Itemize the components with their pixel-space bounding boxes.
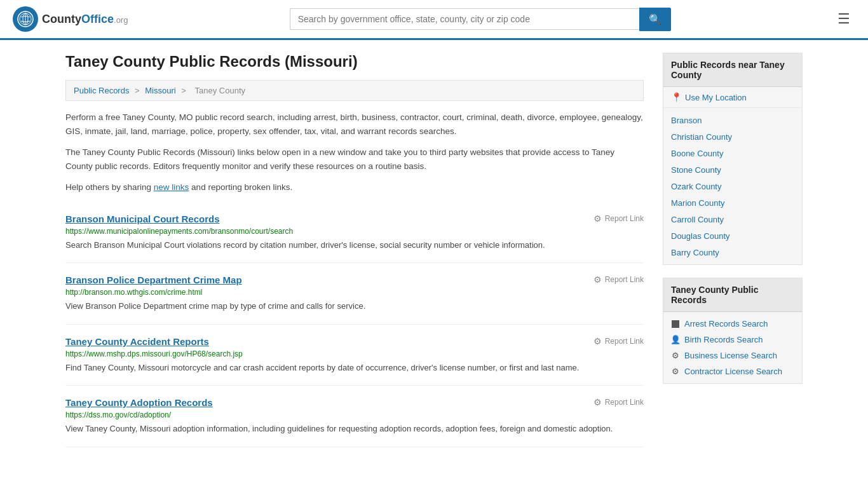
record-item: Taney County Adoption Records ⚙ Report L… <box>65 386 644 447</box>
nearby-list: BransonChristian CountyBoone CountyStone… <box>663 108 802 264</box>
report-link[interactable]: ⚙ Report Link <box>593 397 644 407</box>
nearby-link[interactable]: Douglas County <box>671 231 730 241</box>
hamburger-icon: ☰ <box>837 11 850 27</box>
record-desc: Find Taney County, Missouri motorcycle a… <box>65 362 644 374</box>
use-my-location-item[interactable]: 📍 Use My Location <box>663 87 802 108</box>
site-header: CountyOffice.org 🔍 ☰ <box>0 0 868 40</box>
logo-area: CountyOffice.org <box>13 6 128 32</box>
nearby-list-item: Barry County <box>663 244 802 261</box>
pub-records-link[interactable]: Contractor License Search <box>684 367 782 376</box>
nearby-link[interactable]: Ozark County <box>671 182 721 191</box>
nearby-link[interactable]: Marion County <box>671 198 725 208</box>
nearby-link[interactable]: Boone County <box>671 149 723 158</box>
report-icon: ⚙ <box>593 214 602 224</box>
nearby-list-item: Boone County <box>663 145 802 161</box>
pub-records-link[interactable]: Arrest Records Search <box>684 319 768 329</box>
page-title: Taney County Public Records (Missouri) <box>65 53 644 71</box>
report-link-label: Report Link <box>605 398 644 407</box>
record-desc: Search Branson Municipal Court violation… <box>65 239 644 252</box>
sidebar: Public Records near Taney County 📍 Use M… <box>663 53 803 447</box>
report-icon: ⚙ <box>593 397 602 407</box>
rec-icon-gear: ⚙ <box>672 367 679 376</box>
record-title[interactable]: Branson Municipal Court Records <box>65 214 220 224</box>
search-icon: 🔍 <box>649 14 661 25</box>
record-desc: View Taney County, Missouri adoption inf… <box>65 423 644 435</box>
rec-icon: ⚙ <box>671 351 680 360</box>
records-list: Branson Municipal Court Records ⚙ Report… <box>65 202 644 447</box>
pin-icon: 📍 <box>671 92 682 102</box>
report-link[interactable]: ⚙ Report Link <box>593 336 644 346</box>
nearby-list-item: Stone County <box>663 161 802 178</box>
public-records-section: Taney County Public Records Arrest Recor… <box>663 278 803 384</box>
record-url[interactable]: https://www.municipalonlinepayments.com/… <box>65 227 644 236</box>
public-records-list: Arrest Records Search 👤 Birth Records Se… <box>663 312 802 383</box>
report-link-label: Report Link <box>605 214 644 223</box>
breadcrumb-sep-2: > <box>181 86 188 95</box>
report-icon: ⚙ <box>593 274 602 285</box>
record-item: Branson Municipal Court Records ⚙ Report… <box>65 202 644 264</box>
nearby-link[interactable]: Barry County <box>671 248 719 257</box>
breadcrumb-missouri[interactable]: Missouri <box>145 86 175 95</box>
breadcrumb-public-records[interactable]: Public Records <box>74 86 129 95</box>
record-url[interactable]: https://www.mshp.dps.missouri.gov/HP68/s… <box>65 349 644 358</box>
nearby-link[interactable]: Christian County <box>671 132 732 142</box>
search-input[interactable] <box>290 8 639 30</box>
record-url[interactable]: http://branson.mo.wthgis.com/crime.html <box>65 288 644 297</box>
description-3-suffix: and reporting broken links. <box>189 182 292 192</box>
record-title[interactable]: Branson Police Department Crime Map <box>65 274 242 285</box>
rec-icon: 👤 <box>671 336 680 344</box>
logo-icon <box>13 6 38 32</box>
nearby-list-item: Branson <box>663 112 802 128</box>
report-link[interactable]: ⚙ Report Link <box>593 274 644 285</box>
report-link-label: Report Link <box>605 337 644 346</box>
rec-icon-gear: ⚙ <box>672 351 679 360</box>
record-url[interactable]: https://dss.mo.gov/cd/adoption/ <box>65 410 644 419</box>
public-records-section-title: Taney County Public Records <box>663 278 802 312</box>
description-1: Perform a free Taney County, MO public r… <box>65 111 644 138</box>
record-item: Branson Police Department Crime Map ⚙ Re… <box>65 263 644 325</box>
nearby-link[interactable]: Branson <box>671 116 702 125</box>
pub-records-list-item: Arrest Records Search <box>663 316 802 332</box>
rec-icon <box>671 320 680 329</box>
pub-records-link[interactable]: Business License Search <box>684 351 777 360</box>
record-title[interactable]: Taney County Adoption Records <box>65 397 213 408</box>
rec-icon-square <box>672 320 679 328</box>
nearby-section-title: Public Records near Taney County <box>663 53 802 87</box>
nearby-list-item: Christian County <box>663 128 802 145</box>
description-3-prefix: Help others by sharing <box>65 182 154 192</box>
breadcrumb-sep-1: > <box>135 86 142 95</box>
nearby-list-item: Marion County <box>663 194 802 211</box>
report-link[interactable]: ⚙ Report Link <box>593 214 644 224</box>
nearby-list-item: Ozark County <box>663 178 802 194</box>
pub-records-list-item: ⚙ Contractor License Search <box>663 363 802 379</box>
logo-text: CountyOffice.org <box>42 13 128 26</box>
record-item: Taney County Accident Reports ⚙ Report L… <box>65 325 644 386</box>
nearby-list-item: Carroll County <box>663 211 802 227</box>
search-button[interactable]: 🔍 <box>639 8 671 31</box>
content-area: Taney County Public Records (Missouri) P… <box>65 53 644 447</box>
main-container: Taney County Public Records (Missouri) P… <box>53 40 815 460</box>
report-link-label: Report Link <box>605 275 644 284</box>
pub-records-link[interactable]: Birth Records Search <box>684 335 763 344</box>
rec-icon: ⚙ <box>671 367 680 376</box>
pub-records-list-item: ⚙ Business License Search <box>663 348 802 363</box>
report-icon: ⚙ <box>593 336 602 346</box>
hamburger-menu-button[interactable]: ☰ <box>832 8 855 30</box>
record-desc: View Branson Police Department crime map… <box>65 300 644 313</box>
pub-records-list-item: 👤 Birth Records Search <box>663 332 802 348</box>
nearby-list-item: Douglas County <box>663 227 802 244</box>
record-title[interactable]: Taney County Accident Reports <box>65 336 209 347</box>
breadcrumb: Public Records > Missouri > Taney County <box>65 80 644 101</box>
nearby-link[interactable]: Stone County <box>671 165 721 175</box>
description-3: Help others by sharing new links and rep… <box>65 180 644 194</box>
description-2: The Taney County Public Records (Missour… <box>65 146 644 173</box>
breadcrumb-taney-county: Taney County <box>195 86 246 95</box>
nearby-link[interactable]: Carroll County <box>671 215 724 224</box>
search-area: 🔍 <box>290 8 671 31</box>
nearby-section: Public Records near Taney County 📍 Use M… <box>663 53 803 265</box>
rec-icon-person: 👤 <box>670 335 681 344</box>
new-links-link[interactable]: new links <box>154 182 189 192</box>
use-my-location-link[interactable]: Use My Location <box>685 93 747 102</box>
